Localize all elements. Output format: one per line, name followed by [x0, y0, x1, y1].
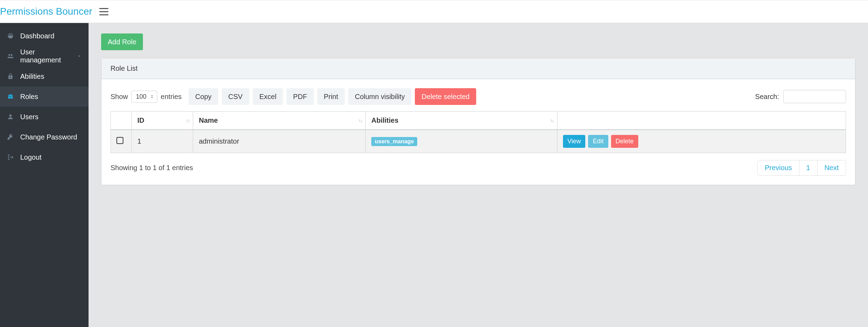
- row-id: 1: [132, 130, 193, 153]
- sort-icon: ↑↓: [186, 118, 189, 123]
- column-header-label: ID: [137, 116, 144, 124]
- sidebar-item-label: User management: [20, 48, 77, 64]
- sidebar-item-user-management[interactable]: User management: [0, 46, 89, 66]
- dashboard-icon: [7, 32, 14, 39]
- sort-icon: ↑↓: [550, 118, 554, 123]
- column-header-label: Abilities: [371, 116, 398, 124]
- pagination-next[interactable]: Next: [817, 160, 846, 175]
- column-header-actions: [557, 112, 846, 130]
- ability-badge: users_manage: [371, 137, 417, 146]
- pagination-previous[interactable]: Previous: [758, 160, 799, 175]
- main-content: Add Role Role List Show 100 entries: [89, 23, 868, 327]
- unlock-icon: [7, 73, 14, 80]
- key-icon: [7, 134, 14, 140]
- search-input[interactable]: [783, 90, 846, 103]
- column-visibility-button[interactable]: Column visibility: [348, 88, 411, 105]
- select-caret-icon: [150, 94, 154, 99]
- menu-toggle-icon[interactable]: [99, 7, 109, 16]
- role-list-card: Role List Show 100 entries: [101, 58, 855, 185]
- delete-button[interactable]: Delete: [611, 135, 638, 148]
- datatable-footer: Showing 1 to 1 of 1 entries Previous 1 N…: [111, 160, 846, 176]
- sidebar-item-label: Roles: [20, 93, 38, 101]
- brand-link[interactable]: Permissions Bouncer: [0, 6, 92, 17]
- sidebar-item-abilities[interactable]: Abilities: [0, 66, 89, 86]
- length-select[interactable]: 100: [131, 91, 157, 103]
- row-select-cell[interactable]: [111, 130, 132, 153]
- chevron-down-icon: [77, 54, 82, 59]
- row-abilities: users_manage: [366, 130, 557, 153]
- row-actions-cell: View Edit Delete: [557, 130, 846, 153]
- sidebar-item-dashboard[interactable]: Dashboard: [0, 26, 89, 46]
- table-info: Showing 1 to 1 of 1 entries: [111, 164, 193, 172]
- users-group-icon: [7, 53, 14, 60]
- export-buttons: Copy CSV Excel PDF Print Column visibili…: [189, 88, 476, 105]
- sidebar-item-label: Dashboard: [20, 32, 54, 40]
- search-label: Search:: [755, 93, 779, 101]
- sidebar-item-label: Logout: [20, 153, 41, 161]
- column-header-abilities[interactable]: Abilities ↑↓: [366, 112, 557, 130]
- topbar: Permissions Bouncer: [0, 0, 868, 23]
- roles-table: ID ↑↓ Name ↑↓ Abilities ↑↓: [111, 111, 846, 153]
- pagination-page-1[interactable]: 1: [799, 160, 817, 175]
- search-control: Search:: [755, 90, 846, 103]
- logout-icon: [7, 154, 14, 161]
- sidebar-item-label: Users: [20, 113, 38, 121]
- column-header-select[interactable]: [111, 112, 132, 130]
- row-name: administrator: [193, 130, 366, 153]
- column-header-label: Name: [199, 116, 218, 124]
- card-title: Role List: [101, 58, 855, 79]
- user-icon: [7, 113, 14, 120]
- checkbox-icon[interactable]: [116, 137, 123, 144]
- length-entries-label: entries: [161, 93, 182, 101]
- excel-button[interactable]: Excel: [253, 88, 283, 105]
- sidebar-item-roles[interactable]: Roles: [0, 86, 89, 107]
- add-role-button[interactable]: Add Role: [101, 33, 143, 50]
- pagination: Previous 1 Next: [757, 160, 846, 176]
- pdf-button[interactable]: PDF: [287, 88, 314, 105]
- sidebar-item-label: Change Password: [20, 133, 77, 141]
- sidebar-item-logout[interactable]: Logout: [0, 147, 89, 167]
- table-row: 1 administrator users_manage View Edit D…: [111, 130, 846, 153]
- sidebar-item-change-password[interactable]: Change Password: [0, 127, 89, 147]
- length-show-label: Show: [111, 93, 128, 101]
- datatable-toolbar: Show 100 entries Copy CSV Excel: [111, 88, 846, 105]
- sidebar: Dashboard User management Abilities Role…: [0, 23, 89, 327]
- length-control: Show 100 entries: [111, 91, 182, 103]
- delete-selected-button[interactable]: Delete selected: [415, 88, 476, 105]
- column-header-id[interactable]: ID ↑↓: [132, 112, 193, 130]
- sort-icon: ↑↓: [358, 118, 362, 123]
- length-value: 100: [136, 93, 146, 100]
- csv-button[interactable]: CSV: [222, 88, 249, 105]
- print-button[interactable]: Print: [317, 88, 345, 105]
- sidebar-item-users[interactable]: Users: [0, 107, 89, 127]
- view-button[interactable]: View: [563, 135, 586, 148]
- column-header-name[interactable]: Name ↑↓: [193, 112, 366, 130]
- sidebar-item-label: Abilities: [20, 73, 44, 81]
- edit-button[interactable]: Edit: [588, 135, 608, 148]
- briefcase-icon: [7, 93, 14, 100]
- copy-button[interactable]: Copy: [189, 88, 218, 105]
